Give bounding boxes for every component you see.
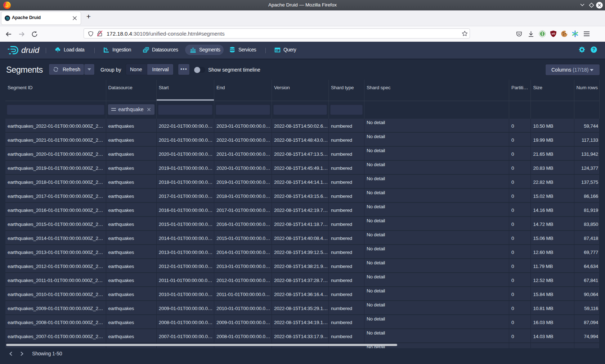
svg-text:uO: uO <box>552 32 555 35</box>
svg-text:?: ? <box>592 47 595 52</box>
